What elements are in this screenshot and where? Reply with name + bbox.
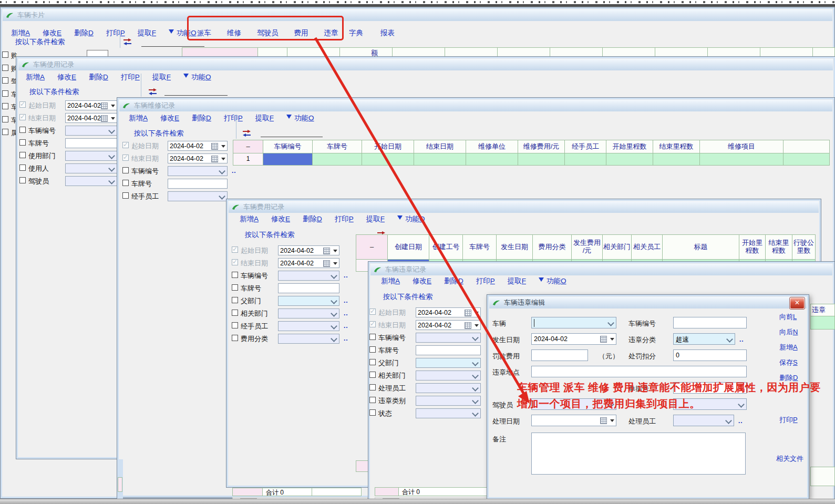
field-结束日期[interactable]: 2024-04-02 — [278, 258, 339, 268]
chevron-down-icon[interactable] — [331, 297, 337, 304]
dropdown-arrow-icon[interactable] — [610, 338, 614, 343]
close-button[interactable]: ✕ — [790, 297, 805, 309]
checkbox[interactable] — [2, 77, 8, 84]
checkbox-驾驶员[interactable] — [19, 177, 26, 183]
handler-combo[interactable] — [673, 415, 734, 426]
calendar-icon[interactable] — [600, 417, 607, 424]
checkbox-车辆编号[interactable] — [232, 272, 238, 278]
field-经手员工[interactable] — [278, 321, 339, 331]
remark-textarea[interactable] — [531, 433, 746, 475]
field-车辆编号[interactable] — [278, 271, 339, 281]
toolbar-item[interactable]: 新增A — [129, 114, 148, 123]
more-button[interactable]: .. — [344, 297, 348, 304]
toolbar-item[interactable]: 提取F — [138, 28, 156, 38]
grid-cell[interactable] — [564, 153, 606, 166]
toolbar-item[interactable]: 修改E — [43, 28, 61, 38]
checkbox-车辆编号[interactable] — [122, 167, 129, 173]
swap-icon[interactable] — [123, 38, 132, 45]
violation-type-combo[interactable]: 超速 — [673, 333, 735, 345]
calendar-icon[interactable] — [465, 310, 471, 316]
grid-cell[interactable] — [362, 153, 414, 166]
toolbar-item[interactable]: 打印P — [121, 73, 140, 82]
checkbox-车辆编号[interactable] — [19, 127, 26, 133]
field-结束日期[interactable]: 2024-04-02 — [168, 153, 228, 163]
checkbox-车牌号[interactable] — [19, 139, 26, 146]
toolbar-item[interactable]: 功能O — [183, 73, 211, 82]
dropdown-arrow-icon[interactable] — [333, 262, 337, 267]
toolbar-item[interactable]: 字典 — [349, 28, 363, 38]
grid-cell[interactable] — [783, 153, 830, 166]
grid-cell[interactable] — [414, 153, 466, 166]
toolbar-item[interactable]: 新增A — [26, 73, 45, 82]
dropdown-arrow-icon[interactable] — [610, 419, 614, 424]
grid-cell[interactable] — [699, 153, 784, 166]
checkbox-车牌号[interactable] — [369, 346, 376, 353]
toolbar-item[interactable]: 向前L — [779, 312, 797, 322]
chevron-down-icon[interactable] — [108, 152, 115, 159]
more-button[interactable]: .. — [344, 322, 348, 330]
field-状态[interactable] — [416, 408, 481, 418]
field-车牌号[interactable] — [278, 283, 339, 293]
occur-date-field[interactable]: 2024-04-02 — [531, 333, 616, 345]
grid-cell[interactable]: 1 — [233, 153, 263, 166]
checkbox-相关部门[interactable] — [369, 372, 376, 378]
fine-input[interactable] — [531, 349, 588, 361]
dropdown-arrow-icon[interactable] — [475, 312, 479, 316]
checkbox[interactable] — [2, 65, 8, 71]
toolbar-item[interactable]: 功能O — [286, 114, 314, 123]
field-结束日期[interactable]: 2024-04-02 — [65, 113, 117, 123]
field-起始日期[interactable]: 2024-04-02 — [65, 100, 117, 110]
field-父部门[interactable] — [416, 358, 481, 368]
grid-cell[interactable] — [312, 153, 362, 166]
checkbox-起始日期[interactable] — [19, 101, 26, 108]
toolbar-item[interactable]: 打印P — [106, 28, 125, 38]
field-使用部门[interactable] — [65, 151, 117, 161]
dropdown-arrow-icon[interactable] — [111, 117, 115, 122]
calendar-icon[interactable] — [101, 115, 108, 122]
more-button[interactable]: .. — [739, 336, 744, 343]
more-button[interactable]: .. — [232, 167, 236, 174]
checkbox[interactable] — [2, 103, 8, 109]
more-button[interactable]: .. — [738, 417, 743, 425]
toolbar-item[interactable]: 保存S — [779, 358, 798, 367]
checkbox-经手员工[interactable] — [232, 322, 238, 328]
chevron-down-icon[interactable] — [738, 401, 745, 408]
titlebar[interactable]: 车辆违章记录 — [370, 264, 832, 275]
calendar-icon[interactable] — [323, 260, 330, 267]
chevron-down-icon[interactable] — [108, 178, 115, 184]
grid-cell[interactable] — [606, 153, 653, 166]
toolbar-item[interactable]: 新增A — [381, 276, 400, 286]
calendar-icon[interactable] — [600, 336, 607, 343]
chevron-down-icon[interactable] — [219, 193, 225, 200]
more-button[interactable]: .. — [344, 272, 348, 279]
chevron-down-icon[interactable] — [726, 336, 733, 343]
field-起始日期[interactable]: 2024-04-02 — [416, 307, 481, 317]
checkbox-车辆编号[interactable] — [369, 334, 376, 340]
toolbar-item[interactable]: 新增A — [240, 214, 259, 224]
checkbox-起始日期[interactable] — [122, 142, 129, 148]
place-input[interactable] — [531, 366, 747, 377]
checkbox-经手员工[interactable] — [122, 192, 129, 199]
field-起始日期[interactable]: 2024-04-02 — [278, 245, 339, 255]
toolbar-item[interactable]: 打印P — [224, 114, 243, 123]
grid-cell[interactable] — [518, 153, 565, 166]
field-相关部门[interactable] — [416, 371, 481, 380]
titlebar[interactable]: 车辆卡片 — [3, 9, 832, 21]
toolbar-item[interactable]: 修改E — [413, 276, 431, 286]
toolbar-item[interactable]: 删除D — [303, 214, 322, 224]
grid-cell[interactable] — [466, 153, 518, 166]
chevron-down-icon[interactable] — [472, 359, 479, 366]
chevron-down-icon[interactable] — [108, 165, 115, 172]
checkbox-车牌号[interactable] — [122, 180, 129, 186]
checkbox-父部门[interactable] — [369, 359, 376, 365]
field-违章类别[interactable] — [416, 396, 481, 406]
field-车辆编号[interactable] — [416, 333, 481, 343]
related-files-button[interactable]: 相关文件 — [776, 454, 803, 464]
dropdown-arrow-icon[interactable] — [221, 145, 225, 150]
swap-icon[interactable] — [242, 130, 251, 137]
field-使用人[interactable] — [65, 163, 117, 173]
dropdown-arrow-icon[interactable] — [475, 324, 479, 329]
toolbar-item[interactable]: 修改E — [57, 73, 76, 82]
checkbox-使用部门[interactable] — [19, 152, 26, 158]
field-经手员工[interactable] — [168, 191, 228, 201]
